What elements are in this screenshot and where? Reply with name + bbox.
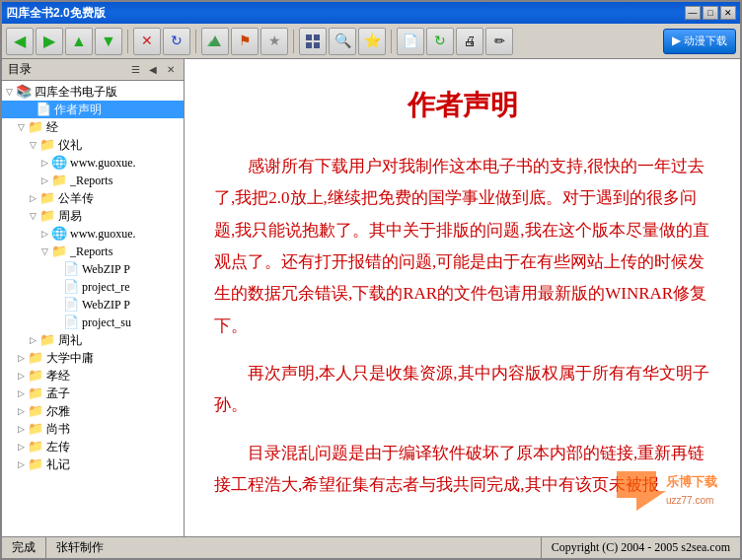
expand-g2: ▷ — [39, 229, 49, 239]
dx-label: 大学中庸 — [46, 350, 94, 367]
edit-button[interactable]: ✏ — [485, 28, 513, 55]
toolbar-sep-3 — [293, 30, 294, 53]
lj-label: 礼记 — [46, 456, 70, 473]
print-button[interactable]: 🖨 — [456, 28, 483, 55]
zhuzhe-label: 作者声明 — [54, 102, 102, 118]
logo-button[interactable] — [201, 28, 229, 55]
sidebar-close-icon[interactable]: ✕ — [164, 63, 178, 77]
jing-icon: 📁 — [28, 119, 43, 135]
status-middle: 张轩制作 — [46, 537, 542, 558]
sidebar-tree: ▽ 📚 四库全书电子版 📄 作者声明 ▽ 📁 经 — [2, 81, 184, 536]
zy-icon: 📁 — [39, 208, 55, 224]
sync-button[interactable]: ↻ — [426, 28, 454, 55]
status-text: 完成 — [12, 539, 36, 556]
toolbar-sep-4 — [391, 30, 392, 53]
title-bar: 四库全书2.0免费版 — □ ✕ — [2, 2, 740, 24]
star-button[interactable]: ★ — [260, 28, 288, 55]
bookmark-button[interactable]: ⭐ — [358, 28, 386, 55]
jing-label: 经 — [46, 119, 58, 136]
tree-erya[interactable]: ▷ 📁 尔雅 — [2, 402, 184, 420]
forward-button[interactable]: ▶ — [36, 28, 63, 55]
sidebar: 目录 ☰ ◀ ✕ ▽ 📚 四库全书电子版 📄 作者声明 — [2, 59, 185, 536]
r2-label: _Reports — [70, 245, 112, 259]
close-button[interactable]: ✕ — [720, 6, 736, 20]
stop-button[interactable]: ✕ — [133, 28, 161, 55]
f3-exp — [51, 300, 61, 310]
tree-zhouli[interactable]: ▷ 📁 周礼 — [2, 331, 184, 349]
f1-label: WebZIP P — [82, 262, 130, 277]
zl-label: 周礼 — [58, 332, 82, 349]
flag-button[interactable]: ⚑ — [231, 28, 259, 55]
expand-dx: ▷ — [16, 353, 26, 363]
tree-shangshu[interactable]: ▷ 📁 尚书 — [2, 420, 184, 438]
expand-jing: ▽ — [16, 122, 26, 132]
tree-root[interactable]: ▽ 📚 四库全书电子版 — [2, 83, 184, 101]
doc-area: 作者声明 感谢所有下载用户对我制作这本电子书的支持,很快的一年过去了,我把2.0… — [185, 59, 740, 536]
yili-label: 仪礼 — [58, 137, 82, 154]
download-button[interactable]: ▶ 动漫下载 — [663, 29, 736, 54]
home-button[interactable]: ▼ — [95, 28, 122, 55]
doc-button[interactable]: 📄 — [397, 28, 424, 55]
doc-title: 作者声明 — [214, 79, 710, 131]
gy-label: 公羊传 — [58, 190, 94, 207]
status-left: 完成 — [2, 537, 46, 558]
f1-exp — [51, 264, 61, 274]
maximize-button[interactable]: □ — [703, 6, 718, 20]
f2-label: project_re — [82, 280, 130, 295]
yili-icon: 📁 — [39, 137, 55, 153]
tree-file1[interactable]: 📄 WebZIP P — [2, 260, 184, 278]
expand-root: ▽ — [4, 87, 14, 97]
tree-file2[interactable]: 📄 project_re — [2, 278, 184, 296]
tree-daxue[interactable]: ▷ 📁 大学中庸 — [2, 349, 184, 367]
expand-zy: ▽ — [28, 211, 37, 221]
tree-gongyang[interactable]: ▷ 📁 公羊传 — [2, 189, 184, 207]
tree-mengzi[interactable]: ▷ 📁 孟子 — [2, 385, 184, 402]
search-button[interactable]: 🔍 — [329, 28, 356, 55]
doc-para-2: 再次声明,本人只是收集资源,其中内容版权属于所有有华文明子孙。 — [214, 358, 710, 422]
f4-label: project_su — [82, 315, 131, 330]
sidebar-pin-icon[interactable]: ◀ — [146, 63, 160, 77]
status-right: Copyright (C) 2004 - 2005 s2sea.com — [542, 537, 740, 558]
tree-jing[interactable]: ▽ 📁 经 — [2, 118, 184, 136]
sidebar-header: 目录 ☰ ◀ ✕ — [2, 59, 184, 81]
r1-icon: 📁 — [51, 173, 67, 188]
f1-icon: 📄 — [63, 261, 79, 277]
f4-icon: 📄 — [63, 315, 79, 330]
expand-xj: ▷ — [16, 371, 26, 381]
lj-icon: 📁 — [28, 456, 43, 472]
f2-icon: 📄 — [63, 279, 79, 295]
tree-liji[interactable]: ▷ 📁 礼记 — [2, 455, 184, 473]
g2-icon: 🌐 — [51, 226, 67, 242]
tree-xiaojing[interactable]: ▷ 📁 孝经 — [2, 367, 184, 385]
back-button[interactable]: ◀ — [6, 28, 34, 55]
mz-label: 孟子 — [46, 385, 70, 402]
sidebar-menu-icon[interactable]: ☰ — [128, 63, 142, 77]
tree-zhuzhe[interactable]: 📄 作者声明 — [2, 101, 184, 118]
minimize-button[interactable]: — — [685, 6, 701, 20]
expand-gy: ▷ — [28, 193, 37, 203]
dx-icon: 📁 — [28, 350, 43, 366]
refresh-button[interactable]: ↻ — [163, 28, 190, 55]
zl-icon: 📁 — [39, 332, 55, 348]
tree-file4[interactable]: 📄 project_su — [2, 314, 184, 331]
up-button[interactable]: ▲ — [65, 28, 93, 55]
tree-zhouyi[interactable]: ▽ 📁 周易 — [2, 207, 184, 225]
r2-icon: 📁 — [51, 244, 67, 259]
tree-yili[interactable]: ▽ 📁 仪礼 — [2, 136, 184, 154]
tree-file3[interactable]: 📄 WebZIP P — [2, 296, 184, 314]
zz-icon: 📁 — [28, 439, 43, 455]
tree-reports1[interactable]: ▷ 📁 _Reports — [2, 172, 184, 189]
f2-exp — [51, 282, 61, 292]
tree-guoxue2[interactable]: ▷ 🌐 www.guoxue. — [2, 225, 184, 243]
g2-label: www.guoxue. — [70, 227, 136, 242]
expand-g1: ▷ — [39, 158, 49, 168]
grid-button[interactable] — [299, 28, 327, 55]
f4-exp — [51, 317, 61, 327]
tree-zuozhuan[interactable]: ▷ 📁 左传 — [2, 438, 184, 455]
tree-reports2[interactable]: ▽ 📁 _Reports — [2, 243, 184, 260]
svg-rect-4 — [306, 42, 312, 48]
root-icon: 📚 — [16, 84, 32, 100]
gy-icon: 📁 — [39, 190, 55, 206]
tree-guoxue1[interactable]: ▷ 🌐 www.guoxue. — [2, 154, 184, 172]
expand-yili: ▽ — [28, 140, 37, 150]
